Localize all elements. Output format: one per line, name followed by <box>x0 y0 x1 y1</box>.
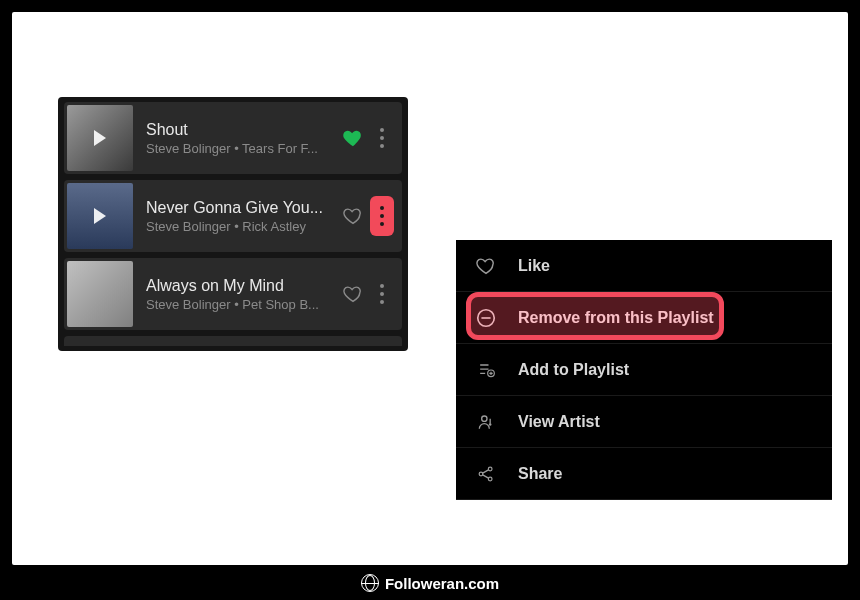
menu-item-like[interactable]: Like <box>456 240 832 292</box>
track-subtitle: Steve Bolinger • Rick Astley <box>146 219 342 234</box>
track-info: Always on My Mind Steve Bolinger • Pet S… <box>146 277 342 312</box>
remove-circle-icon <box>474 306 498 330</box>
track-info: Never Gonna Give You... Steve Bolinger •… <box>146 199 342 234</box>
track-row[interactable]: Shout Steve Bolinger • Tears For F... <box>64 102 402 174</box>
menu-item-label: Add to Playlist <box>518 361 629 379</box>
track-row-peek <box>64 336 402 346</box>
play-icon <box>94 208 106 224</box>
album-art[interactable] <box>67 105 133 171</box>
brand-footer: Followeran.com <box>0 574 860 592</box>
menu-item-label: View Artist <box>518 413 600 431</box>
menu-item-add-to-playlist[interactable]: Add to Playlist <box>456 344 832 396</box>
content-canvas: Shout Steve Bolinger • Tears For F... Ne… <box>12 12 848 565</box>
globe-icon <box>361 574 379 592</box>
track-row[interactable]: Never Gonna Give You... Steve Bolinger •… <box>64 180 402 252</box>
menu-item-label: Share <box>518 465 562 483</box>
menu-item-view-artist[interactable]: View Artist <box>456 396 832 448</box>
album-art[interactable] <box>67 261 133 327</box>
more-options-button[interactable] <box>370 196 394 236</box>
track-subtitle: Steve Bolinger • Tears For F... <box>146 141 342 156</box>
album-art[interactable] <box>67 183 133 249</box>
view-artist-icon <box>474 410 498 434</box>
context-menu-panel: Like Remove from this Playlist Add to Pl… <box>456 240 832 500</box>
menu-item-label: Remove from this Playlist <box>518 309 714 327</box>
share-icon <box>474 462 498 486</box>
menu-item-remove-from-playlist[interactable]: Remove from this Playlist <box>456 292 832 344</box>
track-subtitle: Steve Bolinger • Pet Shop B... <box>146 297 342 312</box>
track-info: Shout Steve Bolinger • Tears For F... <box>146 121 342 156</box>
play-icon <box>94 130 106 146</box>
track-title: Never Gonna Give You... <box>146 199 342 217</box>
menu-item-share[interactable]: Share <box>456 448 832 500</box>
heart-outline-icon <box>474 254 498 278</box>
svg-point-7 <box>488 477 492 481</box>
track-title: Always on My Mind <box>146 277 342 295</box>
heart-filled-icon[interactable] <box>342 127 364 149</box>
playlist-add-icon <box>474 358 498 382</box>
playlist-panel: Shout Steve Bolinger • Tears For F... Ne… <box>58 97 408 351</box>
heart-outline-icon[interactable] <box>342 283 364 305</box>
track-row[interactable]: Always on My Mind Steve Bolinger • Pet S… <box>64 258 402 330</box>
svg-point-6 <box>488 467 492 471</box>
brand-label: Followeran.com <box>385 575 499 592</box>
menu-item-label: Like <box>518 257 550 275</box>
track-title: Shout <box>146 121 342 139</box>
svg-point-3 <box>482 416 487 421</box>
more-options-button[interactable] <box>370 274 394 314</box>
heart-outline-icon[interactable] <box>342 205 364 227</box>
svg-point-4 <box>489 423 492 426</box>
svg-point-5 <box>479 472 483 476</box>
more-options-button[interactable] <box>370 118 394 158</box>
